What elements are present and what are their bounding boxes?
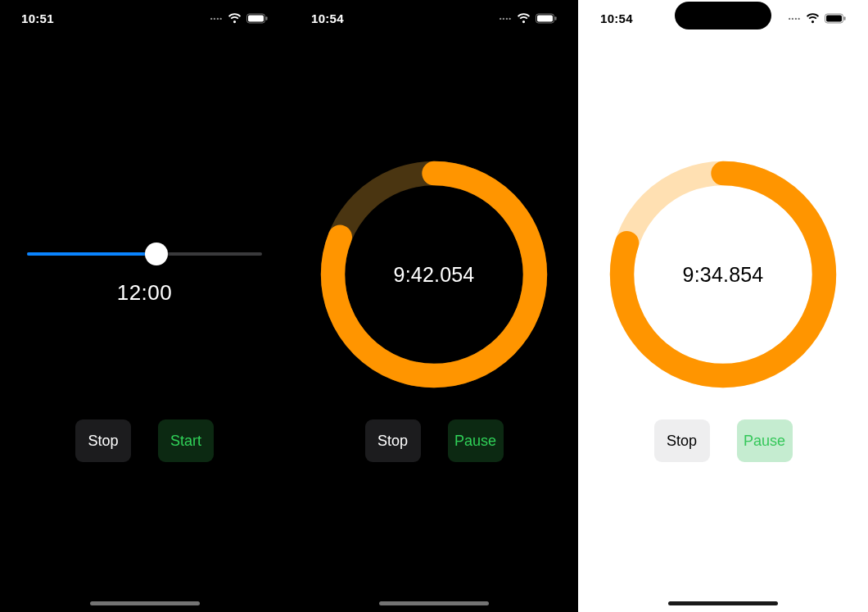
countdown-ring: 9:42.054 [314,154,554,395]
battery-icon [536,13,557,24]
svg-rect-1 [248,15,264,21]
cellular-icon: •••• [500,15,512,22]
svg-rect-2 [266,16,268,20]
status-time: 10:54 [311,11,344,25]
button-label: Start [170,433,201,450]
wifi-icon [517,13,531,24]
cellular-icon: •••• [210,15,223,22]
button-label: Stop [667,433,697,450]
wifi-icon [806,13,820,24]
battery-icon [246,13,268,24]
cellular-icon: •••• [789,15,801,22]
phone-screen-1: 10:51 •••• 12:00 Stop Start [0,0,289,612]
button-label: Stop [88,433,118,450]
start-button[interactable]: Start [158,419,214,462]
status-right: •••• [500,13,557,24]
button-row: Stop Pause [579,419,867,462]
button-row: Stop Pause [290,419,578,462]
status-bar: 10:54 •••• [579,0,867,36]
countdown-ring: 9:34.854 [603,154,843,395]
countdown-time-label: 9:42.054 [314,154,554,395]
status-time: 10:54 [600,11,633,25]
slider-value-label: 12:00 [117,280,173,306]
stop-button[interactable]: Stop [654,419,710,462]
status-right: •••• [210,13,268,24]
pause-button[interactable]: Pause [448,419,504,462]
status-bar: 10:51 •••• [0,0,289,36]
status-time: 10:51 [21,11,54,25]
button-label: Pause [454,433,496,450]
button-label: Pause [744,433,785,450]
svg-rect-10 [844,16,846,20]
battery-icon [825,13,846,24]
phone-screen-3: 10:54 •••• 9:34.854 Stop Pause [578,0,867,612]
status-right: •••• [789,13,846,24]
home-indicator[interactable] [379,601,489,605]
home-indicator[interactable] [668,601,778,605]
button-row: Stop Start [0,419,289,462]
timer-slider-area: 12:00 [27,243,262,306]
stop-button[interactable]: Stop [75,419,131,462]
slider-thumb[interactable] [145,243,168,265]
wifi-icon [228,13,242,24]
phone-screen-2: 10:54 •••• 9:42.054 Stop Pause [289,0,578,612]
pause-button[interactable]: Pause [737,419,793,462]
button-label: Stop [377,433,408,450]
stop-button[interactable]: Stop [365,419,421,462]
status-bar: 10:54 •••• [290,0,578,36]
countdown-time-label: 9:34.854 [603,154,843,395]
svg-rect-5 [555,16,557,20]
svg-rect-9 [826,15,842,21]
home-indicator[interactable] [90,601,200,605]
duration-slider[interactable] [27,243,262,265]
svg-rect-4 [537,15,553,21]
slider-track-fill [27,252,156,256]
